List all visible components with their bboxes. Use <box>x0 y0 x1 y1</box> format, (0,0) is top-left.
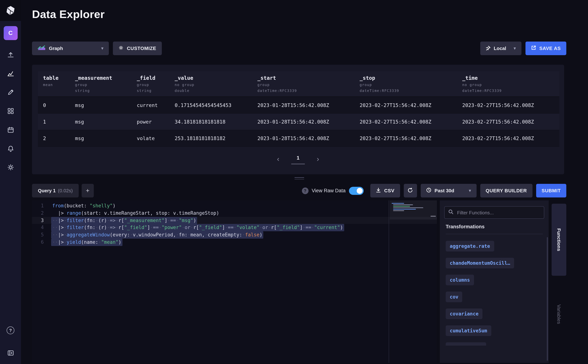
search-icon <box>448 209 453 216</box>
code-line: 1from(bucket: "shelly") <box>32 202 437 210</box>
avatar[interactable]: C <box>4 26 18 40</box>
column-header: _measurementgroupstring <box>75 75 137 93</box>
visualization-type-dropdown[interactable]: Graph ▾ <box>32 42 109 55</box>
view-raw-data-toggle[interactable] <box>349 187 364 195</box>
chevron-down-icon: ▾ <box>469 188 471 193</box>
function-item-partial[interactable] <box>446 342 486 346</box>
search-input[interactable] <box>456 209 540 216</box>
pagination: ‹ 1 › <box>32 154 564 164</box>
sidebar: C <box>0 0 21 364</box>
table-row: 2msgvolate253.18181818181822023-01-28T15… <box>38 130 559 147</box>
side-tabs: Functions Variables <box>552 200 566 363</box>
csv-download-button[interactable]: CSV <box>370 184 400 197</box>
column-header: _stopgroupdateTime:RFC3339 <box>360 75 462 93</box>
functions-list: aggregate.ratechandeMomentumOscill…colum… <box>440 234 549 346</box>
refresh-button[interactable] <box>404 184 417 197</box>
function-item[interactable]: covariance <box>446 308 483 319</box>
save-as-button[interactable]: SAVE AS <box>525 42 566 55</box>
query-duration: (0.02s) <box>58 188 73 193</box>
current-page[interactable]: 1 <box>291 154 305 164</box>
help-icon sidebar-item-help[interactable]: ? <box>7 326 14 334</box>
functions-scrollbar[interactable] <box>547 237 548 361</box>
clock-icon <box>426 188 431 194</box>
submit-button[interactable]: SUBMIT <box>536 184 566 197</box>
app-window: C <box>0 0 588 364</box>
chevron-down-icon: ▾ <box>101 46 103 51</box>
column-header: _startgroupdateTime:RFC3339 <box>257 75 360 93</box>
tab-variables[interactable]: Variables <box>556 305 562 324</box>
bell-icon sidebar-item-alerts[interactable] <box>6 144 15 153</box>
expand-panel-icon sidebar-collapse[interactable] <box>6 349 15 358</box>
editor-minimap-divider <box>389 200 389 363</box>
view-raw-data-label: View Raw Data <box>312 188 346 193</box>
refresh-icon <box>407 187 413 194</box>
gear-icon sidebar-item-settings[interactable] <box>6 163 15 172</box>
raw-data-table: tablemean_measurementgroupstring_fieldgr… <box>38 71 559 147</box>
code-line: 6··|>·yield(name:·"mean") <box>32 239 437 246</box>
filter-functions-search[interactable] <box>444 206 544 219</box>
function-item[interactable]: columns <box>446 275 474 285</box>
graph-type-icon <box>38 45 46 52</box>
editor-minimap[interactable] <box>390 200 437 363</box>
column-header: _fieldgroupstring <box>137 75 175 93</box>
download-icon <box>376 188 381 194</box>
table-body: 0msgcurrent0.171545454545454532023-01-28… <box>38 97 559 147</box>
function-item[interactable]: cumulativeSum <box>446 325 491 336</box>
time-range-dropdown[interactable]: Past 30d ▾ <box>420 184 476 197</box>
visualization-toolbar: Graph ▾ CUSTOMIZE <box>32 42 566 55</box>
column-header: _timeno groupdateTime:RFC3339 <box>462 75 559 93</box>
visualization-type-label: Graph <box>49 46 63 51</box>
column-header: tablemean <box>43 75 75 93</box>
code-line: 4··|>·filter(fn:·(r)·=>·r["_field"]·==·"… <box>32 224 437 231</box>
export-icon <box>531 45 536 52</box>
dashboards-icon sidebar-item-dashboards[interactable] <box>6 107 15 116</box>
page-title: Data Explorer <box>32 8 588 21</box>
add-query-button[interactable]: + <box>82 184 94 197</box>
pin-icon <box>486 46 490 51</box>
query-builder-button[interactable]: QUERY BUILDER <box>480 184 532 197</box>
transformations-section-title: Transformations <box>446 224 543 234</box>
table-row: 1msgpower34.181818181818182023-01-28T15:… <box>38 114 559 130</box>
code-line: 5··|>·aggregateWindow(every:·v.windowPer… <box>32 231 437 239</box>
pencil-icon sidebar-item-notebooks[interactable] <box>6 88 15 97</box>
influxdb-logo[interactable] <box>0 0 21 21</box>
query-toolbar: Query 1 (0.02s) + ? View Raw Data <box>32 184 566 197</box>
tab-functions[interactable]: Functions <box>552 204 566 276</box>
gear-icon <box>118 45 124 52</box>
table-row: 0msgcurrent0.171545454545454532023-01-28… <box>38 97 559 114</box>
chevron-down-icon: ▾ <box>514 46 516 51</box>
customize-button[interactable]: CUSTOMIZE <box>113 42 162 55</box>
prev-page-button[interactable]: ‹ <box>275 155 282 164</box>
calendar-icon sidebar-item-tasks[interactable] <box>6 125 15 134</box>
flux-code-editor[interactable]: 1from(bucket: "shelly")2 |> range(start:… <box>32 200 437 363</box>
query-tab-label: Query 1 <box>38 188 56 193</box>
code-line: 3··|>·filter(fn:·(r)·=>·r["_measurement"… <box>32 217 437 224</box>
column-header: _valueno groupdouble <box>175 75 257 93</box>
code-line: 2 |> range(start: v.timeRangeStart, stop… <box>32 210 437 217</box>
panel-resize-handle[interactable] <box>32 177 566 179</box>
next-page-button[interactable]: › <box>315 155 321 164</box>
help-icon[interactable]: ? <box>302 187 308 194</box>
line-chart-icon sidebar-item-data-explorer[interactable] <box>6 69 15 78</box>
functions-panel: Transformations aggregate.ratechandeMome… <box>440 200 549 363</box>
function-item[interactable]: aggregate.rate <box>446 241 494 252</box>
upload-icon sidebar-item-load-data[interactable] <box>6 50 15 59</box>
local-dropdown[interactable]: Local ▾ <box>480 42 521 55</box>
main-content: Data Explorer Graph ▾ <box>21 0 588 364</box>
editor-lines: 1from(bucket: "shelly")2 |> range(start:… <box>32 200 437 246</box>
function-item[interactable]: cov <box>446 292 462 302</box>
table-header-row: tablemean_measurementgroupstring_fieldgr… <box>38 71 559 97</box>
query-tab[interactable]: Query 1 (0.02s) <box>32 184 79 197</box>
panel-collapse-handle[interactable] <box>431 216 436 217</box>
raw-data-panel: tablemean_measurementgroupstring_fieldgr… <box>32 65 564 174</box>
function-item[interactable]: chandeMomentumOscill… <box>446 258 514 268</box>
